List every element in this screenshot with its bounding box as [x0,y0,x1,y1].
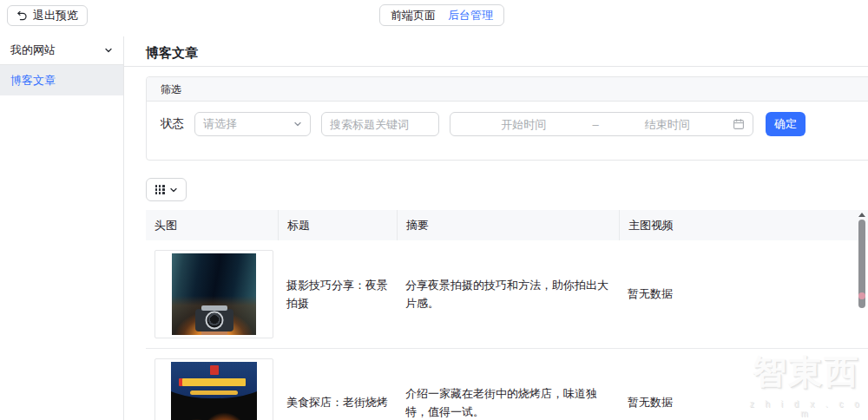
exit-preview-button[interactable]: 退出预览 [7,5,88,26]
view-switcher: 前端页面 后台管理 [379,4,504,26]
title-divider [124,66,868,67]
tab-admin-manage[interactable]: 后台管理 [448,8,493,23]
table-row: 摄影技巧分享：夜景拍摄 分享夜景拍摄的技巧和方法，助你拍出大片感。 暂无数据 [146,240,868,349]
article-summary: 介绍一家藏在老街中的烧烤店，味道独特，值得一试。 [397,384,619,420]
page-title: 博客文章 [146,45,198,62]
article-title: 美食探店：老街烧烤 [278,393,397,411]
chevron-down-icon [104,46,113,55]
column-header-thumbnail: 头图 [146,210,278,240]
calendar-icon [733,118,745,130]
chevron-down-icon [169,186,178,194]
tab-frontend-page[interactable]: 前端页面 [391,8,436,23]
scroll-up-arrow-icon[interactable] [858,213,865,217]
end-date-input[interactable] [602,118,733,131]
status-select-placeholder: 请选择 [203,116,237,132]
table-row: 美食探店：老街烧烤 介绍一家藏在老街中的烧烤店，味道独特，值得一试。 暂无数据 [146,349,868,420]
sidebar-site-header[interactable]: 我的网站 [0,36,123,65]
filter-form: 状态 请选择 – [147,102,868,136]
article-thumbnail[interactable] [155,250,273,338]
bbq-poster-image [171,362,257,420]
layout-switch-button[interactable] [146,178,187,201]
filter-card-title: 筛选 [147,77,868,102]
article-video-status: 暂无数据 [619,393,868,411]
start-date-input[interactable] [458,118,589,131]
article-video-status: 暂无数据 [619,285,868,303]
exit-preview-label: 退出预览 [33,8,78,23]
site-name-label: 我的网站 [10,43,56,58]
table-header-row: 头图 标题 摘要 主图视频 [146,210,868,240]
date-range-separator: – [589,118,602,131]
column-header-main-video: 主图视频 [619,210,868,240]
filter-card: 筛选 状态 请选择 – [146,76,868,161]
grid-layout-icon [155,185,165,194]
article-title: 摄影技巧分享：夜景拍摄 [278,276,397,313]
article-thumbnail[interactable] [155,358,273,420]
article-summary: 分享夜景拍摄的技巧和方法，助你拍出大片感。 [397,276,619,313]
articles-table: 头图 标题 摘要 主图视频 摄影技巧分享：夜景拍摄 分享夜景拍摄的技巧和方法，助… [146,210,868,420]
date-range-picker[interactable]: – [450,112,753,136]
sidebar: 我的网站 博客文章 [0,36,124,420]
title-keyword-search-input[interactable] [321,112,439,136]
sidebar-item-blog-articles[interactable]: 博客文章 [0,65,123,95]
column-header-title: 标题 [278,210,397,240]
confirm-button[interactable]: 确定 [766,112,806,136]
topbar: 退出预览 前端页面 后台管理 [0,0,868,36]
status-select[interactable]: 请选择 [194,112,311,136]
watermark-dot [858,292,865,299]
chevron-down-icon [293,120,302,128]
night-city-camera-image [172,253,256,335]
column-header-summary: 摘要 [397,210,619,240]
page: 退出预览 前端页面 后台管理 我的网站 博客文章 博客文章 筛选 状态 请选 [0,0,868,420]
vertical-scrollbar [858,211,867,420]
sidebar-item-label: 博客文章 [10,73,56,89]
undo-icon [16,10,28,21]
main-content: 博客文章 筛选 状态 请选择 – [124,36,868,420]
status-label: 状态 [161,116,184,132]
